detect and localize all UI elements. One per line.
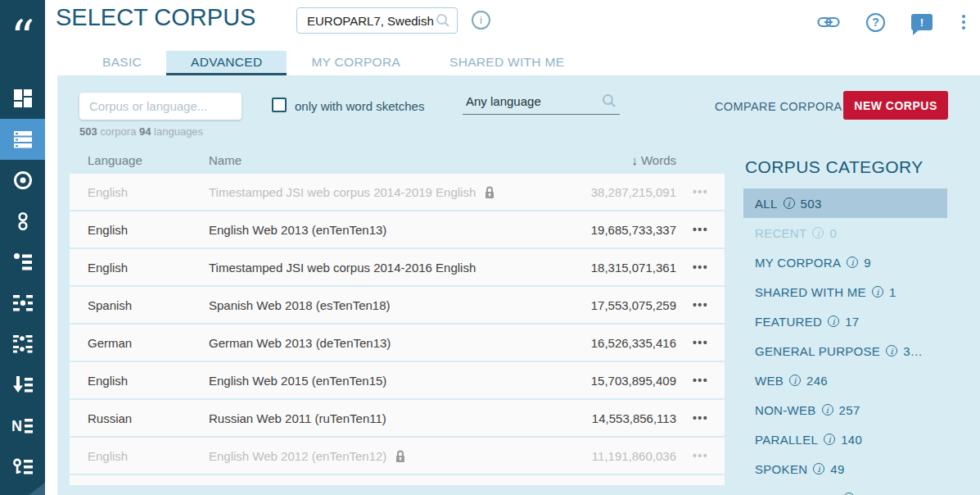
- category-recent[interactable]: RECENTi0: [743, 218, 947, 248]
- sidebar-nav: N: [0, 78, 45, 488]
- concordance-target-icon: [12, 170, 34, 191]
- corpus-search-input[interactable]: [305, 13, 436, 29]
- category-non-web[interactable]: NON-WEBi257: [743, 395, 947, 425]
- category-count: 246: [806, 374, 828, 388]
- word-sketches-label[interactable]: only with word sketches: [295, 99, 424, 113]
- quotes-icon: “: [11, 34, 35, 42]
- sidebar-item-sketch-diff[interactable]: [0, 324, 45, 365]
- table-row[interactable]: English Timestamped JSI web corpus 2014-…: [70, 174, 725, 210]
- info-icon[interactable]: i: [872, 286, 883, 297]
- corpus-name: Timestamped JSI web corpus 2014-2016 Eng…: [209, 261, 562, 275]
- category-count: 1: [889, 285, 896, 299]
- row-menu-button[interactable]: •••: [676, 223, 725, 236]
- category-featured[interactable]: FEATUREDi17: [743, 307, 947, 336]
- language-filter[interactable]: Any language: [463, 92, 620, 115]
- category-spoken[interactable]: SPOKENi49: [743, 454, 947, 484]
- category-all[interactable]: ALLi503: [743, 188, 947, 218]
- tab-my-corpora[interactable]: MY CORPORA: [287, 51, 425, 75]
- column-words[interactable]: ↓Words: [562, 153, 676, 167]
- corpus-category-heading: CORPUS CATEGORY: [745, 157, 980, 177]
- corpus-list-icon: [12, 129, 34, 150]
- tab-basic[interactable]: BASIC: [78, 51, 166, 75]
- info-icon[interactable]: i: [828, 316, 839, 327]
- sidebar-item-concordance[interactable]: [0, 160, 45, 201]
- link-icon: [817, 16, 840, 29]
- row-menu-button[interactable]: •••: [676, 185, 725, 198]
- column-language[interactable]: Language: [70, 153, 209, 167]
- table-row[interactable]: English English Web 2015 (enTenTen15) 15…: [70, 362, 725, 398]
- table-row[interactable]: English English Web 2013 (enTenTen13) 19…: [70, 211, 725, 248]
- lock-icon: [395, 449, 406, 463]
- corpus-words: 11,191,860,036: [562, 449, 676, 463]
- category-count: 503: [801, 197, 822, 211]
- row-menu-button[interactable]: •••: [676, 374, 725, 387]
- header-actions: ? !: [817, 10, 969, 34]
- sidebar-item-dashboard[interactable]: [0, 78, 45, 119]
- info-icon[interactable]: i: [813, 463, 824, 475]
- row-menu-button[interactable]: •••: [676, 336, 725, 349]
- search-icon[interactable]: [436, 13, 450, 28]
- category-general-purpose[interactable]: GENERAL PURPOSEi3…: [743, 336, 947, 366]
- info-icon[interactable]: i: [824, 434, 835, 445]
- corpus-category-panel: CORPUS CATEGORY ALLi503 RECENTi0 MY CORP…: [743, 152, 980, 495]
- column-name[interactable]: Name: [209, 153, 562, 167]
- sketch-engine-logo[interactable]: “: [0, 0, 45, 43]
- table-row[interactable]: German German Web 2013 (deTenTen13) 16,5…: [70, 325, 725, 361]
- info-icon[interactable]: i: [789, 375, 801, 386]
- category-shared-with-me[interactable]: SHARED WITH MEi1: [743, 277, 947, 307]
- sidebar-item-ngrams[interactable]: N: [0, 406, 45, 447]
- more-menu-button[interactable]: [959, 13, 969, 31]
- row-menu-button[interactable]: •••: [676, 449, 725, 462]
- ngrams-icon: N: [12, 416, 34, 437]
- corpus-words: 38,287,215,091: [562, 185, 676, 199]
- row-menu-button[interactable]: •••: [676, 411, 725, 425]
- new-corpus-button[interactable]: NEW CORPUS: [843, 91, 948, 120]
- word-sketches-checkbox[interactable]: [272, 98, 287, 112]
- info-icon[interactable]: i: [812, 227, 824, 238]
- corpus-words: 17,553,075,259: [562, 298, 676, 312]
- compare-corpora-button[interactable]: COMPARE CORPORA: [715, 100, 842, 113]
- category-count: 140: [841, 433, 862, 447]
- table-row-partial: [70, 475, 725, 485]
- info-icon[interactable]: i: [784, 198, 795, 209]
- sidebar-item-parallel-concordance[interactable]: [0, 201, 45, 242]
- category-count: 17: [845, 315, 859, 329]
- corpus-name: English Web 2012 (enTenTen12): [209, 449, 562, 463]
- table-row[interactable]: Russian Russian Web 2011 (ruTenTen11) 14…: [70, 400, 725, 436]
- parallel-concordance-icon: [12, 211, 34, 232]
- info-icon[interactable]: i: [847, 257, 858, 268]
- sidebar-item-wordlist[interactable]: [0, 242, 45, 283]
- row-menu-button[interactable]: •••: [676, 261, 725, 274]
- table-row[interactable]: English Timestamped JSI web corpus 2014-…: [70, 249, 725, 285]
- sidebar-item-word-sketch[interactable]: [0, 283, 45, 324]
- help-button[interactable]: ?: [866, 13, 885, 32]
- tab-advanced[interactable]: ADVANCED: [166, 51, 287, 75]
- sidebar-collapse-triangle[interactable]: [29, 483, 45, 495]
- feedback-button[interactable]: !: [911, 14, 933, 30]
- table-row[interactable]: Spanish Spanish Web 2018 (esTenTen18) 17…: [70, 287, 725, 323]
- category-web[interactable]: WEBi246: [743, 366, 947, 395]
- corpus-language: English: [70, 449, 209, 463]
- category-count: 0: [829, 226, 837, 240]
- corpus-language: Russian: [70, 411, 209, 425]
- corpus-words: 18,315,071,361: [562, 261, 676, 275]
- sidebar-item-keywords[interactable]: [0, 447, 45, 488]
- table-row[interactable]: English English Web 2012 (enTenTen12) 11…: [70, 438, 725, 474]
- category-specialized[interactable]: SPECIALIZEDi182: [743, 484, 947, 495]
- tab-shared-with-me[interactable]: SHARED WITH ME: [425, 51, 589, 75]
- permalink-button[interactable]: [817, 16, 840, 29]
- corpus-filter-input[interactable]: [79, 93, 242, 120]
- category-my-corpora[interactable]: MY CORPORAi9: [743, 248, 947, 277]
- info-icon[interactable]: i: [886, 345, 897, 356]
- sidebar-item-frequency[interactable]: [0, 365, 45, 406]
- category-count: 3…: [903, 344, 923, 358]
- corpora-count: 503: [79, 125, 97, 138]
- row-menu-button[interactable]: •••: [676, 298, 725, 311]
- table-header: Language Name ↓Words: [70, 146, 725, 174]
- sidebar-item-corpus-selection[interactable]: [0, 119, 45, 160]
- corpus-name: Russian Web 2011 (ruTenTen11): [209, 411, 562, 425]
- corpus-language: English: [70, 374, 209, 388]
- category-parallel[interactable]: PARALLELi140: [743, 425, 947, 454]
- info-icon[interactable]: i: [472, 11, 490, 30]
- info-icon[interactable]: i: [822, 404, 833, 416]
